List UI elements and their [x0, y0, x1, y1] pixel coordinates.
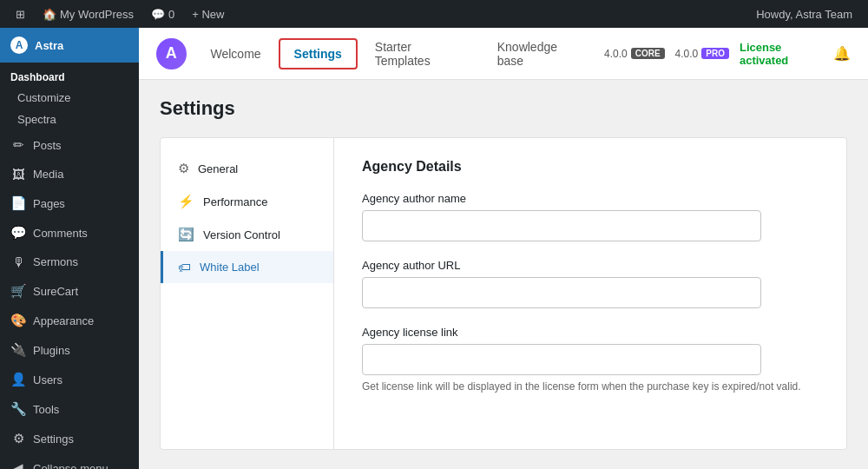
astra-brand-icon: A	[10, 36, 28, 54]
sidebar-item-appearance[interactable]: 🎨 Appearance	[0, 306, 139, 335]
collapse-icon: ◀	[10, 460, 26, 469]
posts-icon: ✏	[10, 137, 26, 153]
sidebar-item-spectra[interactable]: Spectra	[0, 109, 139, 130]
new-content-button[interactable]: + New	[183, 0, 233, 28]
agency-author-url-label: Agency author URL	[362, 259, 819, 272]
pro-badge-label: PRO	[701, 48, 729, 59]
surecart-icon: 🛒	[10, 283, 26, 299]
agency-license-helper-text: Get license link will be displayed in th…	[362, 380, 819, 393]
sidebar-item-comments[interactable]: 💬 Comments	[0, 218, 139, 248]
astra-logo-letter: A	[166, 44, 177, 63]
plugins-icon: 🔌	[10, 342, 26, 358]
comments-count: 0	[168, 8, 174, 21]
sidebar-item-plugins[interactable]: 🔌 Plugins	[0, 335, 139, 365]
sidebar-item-label: Posts	[33, 139, 62, 152]
comments-button[interactable]: 💬 0	[142, 0, 183, 28]
site-name-button[interactable]: 🏠 My WordPress	[34, 0, 142, 28]
header-right: 4.0.0 CORE 4.0.0 PRO License activated 🔔	[604, 41, 851, 67]
sidebar-item-label: Media	[33, 168, 63, 181]
comments-icon: 💬	[151, 8, 165, 21]
page-content: Settings ⚙ General ⚡ Performance 🔄 Versi…	[139, 80, 868, 467]
new-label: + New	[192, 8, 224, 21]
sidebar-item-label: Comments	[33, 227, 88, 240]
admin-bar: ⊞ 🏠 My WordPress 💬 0 + New Howdy, Astra …	[0, 0, 868, 28]
sidebar-item-tools[interactable]: 🔧 Tools	[0, 394, 139, 424]
astra-header: A Welcome Settings Starter Templates Kno…	[139, 28, 868, 80]
tab-settings[interactable]: Settings	[279, 38, 358, 69]
settings-nav-white-label-label: White Label	[200, 261, 260, 274]
sidebar-item-label: Pages	[33, 197, 65, 210]
sidebar-item-label: Appearance	[33, 314, 94, 327]
sidebar-item-label: Sermons	[33, 255, 78, 268]
agency-license-link-label: Agency license link	[362, 326, 819, 339]
settings-nav-general-label: General	[198, 162, 238, 175]
wp-icon: ⊞	[16, 8, 25, 21]
site-name: My WordPress	[60, 8, 134, 21]
comments-nav-icon: 💬	[10, 225, 26, 241]
sidebar-item-label: Tools	[33, 403, 59, 416]
agency-author-url-group: Agency author URL	[362, 259, 819, 308]
wp-logo-button[interactable]: ⊞	[7, 0, 34, 28]
site-icon: 🏠	[43, 8, 56, 21]
sidebar-item-label: SureCart	[33, 285, 78, 298]
sermons-icon: 🎙	[10, 254, 26, 269]
pages-icon: 📄	[10, 195, 26, 211]
version-pro-badge: 4.0.0 PRO	[675, 48, 729, 60]
version-core-number: 4.0.0	[604, 48, 628, 60]
version-pro-number: 4.0.0	[675, 48, 699, 60]
notifications-icon[interactable]: 🔔	[833, 45, 851, 62]
sidebar-item-media[interactable]: 🖼 Media	[0, 160, 139, 188]
collapse-label: Collapse menu	[33, 462, 108, 470]
agency-author-url-input[interactable]	[362, 277, 761, 308]
core-badge-label: CORE	[631, 48, 665, 59]
settings-panel: ⚙ General ⚡ Performance 🔄 Version Contro…	[160, 137, 847, 450]
dashboard-section-title: Dashboard	[0, 63, 139, 87]
white-label-icon: 🏷	[178, 260, 191, 274]
settings-nav-version-label: Version Control	[203, 228, 280, 241]
version-control-icon: 🔄	[178, 227, 194, 242]
agency-license-link-group: Agency license link Get license link wil…	[362, 326, 819, 393]
sidebar-item-label: Plugins	[33, 344, 70, 357]
settings-nav-version-control[interactable]: 🔄 Version Control	[161, 218, 333, 251]
media-icon: 🖼	[10, 167, 26, 182]
sidebar-item-label: Users	[33, 373, 62, 386]
howdy-text: Howdy, Astra Team	[747, 8, 861, 21]
agency-author-name-group: Agency author name	[362, 192, 819, 241]
sidebar-item-label: Settings	[33, 433, 74, 446]
tab-knowledge-base[interactable]: Knowledge base	[483, 33, 597, 75]
settings-nav-performance-label: Performance	[203, 195, 267, 208]
sidebar-item-pages[interactable]: 📄 Pages	[0, 188, 139, 218]
sidebar-item-settings[interactable]: ⚙ Settings	[0, 424, 139, 453]
sidebar-item-posts[interactable]: ✏ Posts	[0, 130, 139, 160]
agency-author-name-input[interactable]	[362, 210, 761, 241]
astra-brand-button[interactable]: A Astra	[0, 28, 139, 63]
sidebar-item-customize[interactable]: Customize	[0, 87, 139, 109]
astra-logo: A	[156, 38, 187, 69]
general-icon: ⚙	[178, 161, 189, 176]
settings-nav-performance[interactable]: ⚡ Performance	[161, 185, 333, 218]
version-core-badge: 4.0.0 CORE	[604, 48, 665, 60]
astra-brand-label: Astra	[35, 39, 63, 52]
sidebar-item-sermons[interactable]: 🎙 Sermons	[0, 248, 139, 276]
settings-nav-icon: ⚙	[10, 431, 26, 446]
agency-details-title: Agency Details	[362, 159, 819, 175]
collapse-menu-button[interactable]: ◀ Collapse menu	[0, 453, 139, 469]
sidebar-item-surecart[interactable]: 🛒 SureCart	[0, 276, 139, 306]
tab-starter-templates[interactable]: Starter Templates	[361, 33, 480, 75]
sidebar-item-users[interactable]: 👤 Users	[0, 365, 139, 394]
settings-nav-general[interactable]: ⚙ General	[161, 152, 333, 185]
settings-content-area: Agency Details Agency author name Agency…	[334, 138, 846, 449]
agency-author-name-label: Agency author name	[362, 192, 819, 205]
main-content: A Welcome Settings Starter Templates Kno…	[139, 28, 868, 469]
appearance-icon: 🎨	[10, 313, 26, 328]
tab-welcome[interactable]: Welcome	[197, 40, 275, 68]
license-activated-button[interactable]: License activated	[740, 41, 823, 67]
page-title: Settings	[160, 97, 847, 120]
performance-icon: ⚡	[178, 194, 194, 209]
sidebar: A Astra Dashboard Customize Spectra ✏ Po…	[0, 28, 139, 469]
tools-icon: 🔧	[10, 401, 26, 417]
settings-nav: ⚙ General ⚡ Performance 🔄 Version Contro…	[161, 138, 334, 449]
users-icon: 👤	[10, 372, 26, 387]
settings-nav-white-label[interactable]: 🏷 White Label	[161, 251, 333, 283]
agency-license-link-input[interactable]	[362, 344, 761, 375]
